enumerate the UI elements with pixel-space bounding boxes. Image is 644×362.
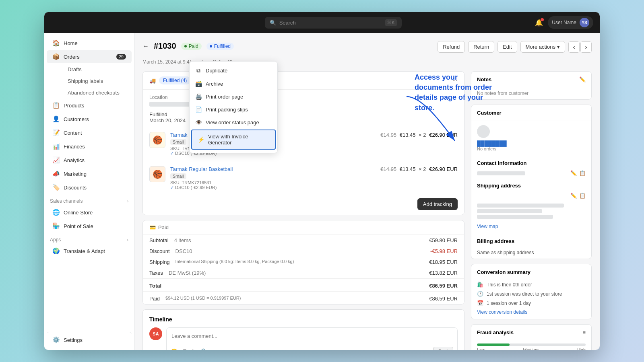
product-row-2: 🏀 Tarmak Regular Basketball Small SKU: T…	[143, 161, 464, 195]
customer-card: Customer ████████ No orders Contact info…	[471, 105, 592, 259]
comment-box: 😊 @ # 🔗 Post	[166, 327, 458, 350]
right-panel: Notes ✏️ No notes from customer Customer…	[471, 71, 592, 350]
calendar-icon: 📅	[477, 300, 483, 306]
fraud-header: Fraud analysis ≡	[471, 325, 591, 340]
product-tag-1: Small	[170, 139, 186, 145]
more-actions-button[interactable]: More actions ▾	[520, 41, 565, 53]
shipping-address-title: Shipping address	[471, 178, 591, 191]
sidebar-item-home[interactable]: 🏠 Home	[47, 37, 132, 49]
shipping-icon: 🚚	[149, 78, 156, 84]
addr-line-3	[477, 215, 553, 219]
fraud-bar-container: Low Medium High	[471, 340, 591, 350]
sidebar-item-customers[interactable]: 👤 Customers	[47, 113, 132, 125]
sidebar-item-shipping-labels[interactable]: Shipping labels	[62, 75, 132, 87]
return-button[interactable]: Return	[468, 41, 494, 53]
notification-bell[interactable]: 🔔	[535, 19, 543, 27]
sidebar-item-products[interactable]: 📋 Products	[47, 99, 132, 112]
apps-label: Apps ›	[44, 233, 134, 244]
order-icon: 🛍️	[477, 282, 483, 288]
content-icon: 📝	[52, 129, 60, 136]
shipping-edit-icon[interactable]: ✏️	[570, 193, 577, 199]
customer-orders: No orders	[477, 146, 586, 151]
billing-title: Billing address	[471, 233, 591, 247]
mention-tool[interactable]: @	[182, 348, 187, 350]
sidebar-item-settings[interactable]: ⚙️ Settings	[47, 332, 132, 346]
status-page-icon: 👁️	[195, 119, 202, 125]
fraud-menu-icon[interactable]: ≡	[582, 329, 586, 335]
comment-input[interactable]	[167, 328, 457, 344]
product-name-2[interactable]: Tarmak Regular Basketball	[170, 166, 376, 172]
search-bar[interactable]: 🔍 Search ⌘K	[265, 17, 402, 29]
payment-taxes-row: Taxes DE MwSt (19%) €13.82 EUR	[143, 267, 464, 278]
dropdown-archive[interactable]: 🗃️ Archive	[190, 77, 277, 90]
prev-order-button[interactable]: ‹	[568, 41, 580, 53]
order-header-row: ← #1030 Paid Fulfilled Refund Return Edi…	[142, 41, 592, 53]
sidebar-item-marketing[interactable]: 📣 Marketing	[47, 167, 132, 180]
dropdown-print-order[interactable]: 🖨️ Print order page	[190, 90, 277, 103]
sidebar-item-orders[interactable]: 📦 Orders 29	[47, 50, 132, 63]
add-tracking-button[interactable]: Add tracking	[417, 198, 458, 210]
customer-name[interactable]: ████████	[477, 140, 586, 146]
pos-icon: 🏪	[52, 222, 60, 230]
chevron-icon: ›	[127, 199, 128, 204]
product-image-1: 🏀	[149, 132, 165, 148]
fulfilled-badge: Fulfilled (4)	[159, 76, 191, 84]
dropdown-invoice-generator[interactable]: ⚡ View with Invoice Generator	[191, 130, 276, 150]
conversion-item-2: 🕐 1st session was direct to your store	[471, 289, 591, 298]
sidebar-item-finances[interactable]: 📊 Finances	[47, 140, 132, 153]
shipping-copy-icon[interactable]: 📋	[579, 193, 586, 199]
emoji-tool[interactable]: 😊	[171, 348, 178, 350]
orders-sub-menu: Drafts Shipping labels Abandoned checkou…	[44, 64, 134, 99]
contact-info-row: ✏️ 📋	[471, 169, 591, 178]
timeline-title: Timeline	[149, 316, 458, 323]
nav-arrows: ‹ ›	[568, 41, 592, 53]
product-tag-2: Small	[170, 173, 186, 179]
sidebar-item-analytics[interactable]: 📈 Analytics	[47, 154, 132, 167]
contact-copy-icon[interactable]: 📋	[579, 170, 586, 176]
sidebar-item-discounts[interactable]: 🏷️ Discounts	[47, 181, 132, 194]
post-button[interactable]: Post	[433, 347, 453, 350]
dropdown-menu: ⧉ Duplicate 🗃️ Archive 🖨️ Print order pa…	[189, 61, 278, 153]
dropdown-print-packing[interactable]: 📄 Print packing slips	[190, 103, 277, 116]
comment-area: SA 😊 @ # 🔗 Post	[149, 327, 458, 350]
payment-header: 💳 Paid	[143, 220, 464, 235]
settings-icon: ⚙️	[52, 336, 60, 343]
customer-section: ████████ No orders	[471, 121, 591, 155]
search-shortcut: ⌘K	[385, 19, 396, 26]
next-order-button[interactable]: ›	[580, 41, 592, 53]
finances-icon: 📊	[52, 143, 60, 150]
shipping-edit-row: ✏️ 📋	[471, 191, 591, 200]
notes-edit-icon[interactable]: ✏️	[579, 76, 586, 82]
main-layout: 🏠 Home 📦 Orders 29 Drafts Shipping label…	[44, 33, 600, 350]
sidebar-item-translate[interactable]: 🌍 Translate & Adapt	[47, 245, 132, 257]
top-bar: 🔍 Search ⌘K 🔔 User Name YS	[44, 12, 600, 33]
sales-channels-label: Sales channels ›	[44, 194, 134, 206]
view-map-link[interactable]: View map	[471, 222, 591, 233]
sidebar-item-content[interactable]: 📝 Content	[47, 126, 132, 139]
refund-button[interactable]: Refund	[438, 41, 465, 53]
contact-edit-icon[interactable]: ✏️	[570, 170, 577, 176]
view-conversion-link[interactable]: View conversion details	[471, 308, 591, 319]
sidebar-item-online-store[interactable]: 🌐 Online Store	[47, 206, 132, 219]
product-pricing-2: €14.95 €13.45 × 2 €26.90 EUR	[380, 166, 458, 172]
payment-shipping-row: Shipping International Shipping (8.0 kg:…	[143, 257, 464, 267]
conversion-header: Conversion summary	[471, 264, 591, 280]
conversion-card: Conversion summary 🛍️ This is their 0th …	[471, 264, 592, 319]
sidebar-item-abandoned-checkouts[interactable]: Abandoned checkouts	[62, 87, 132, 99]
back-button[interactable]: ←	[142, 43, 149, 50]
dropdown-view-status[interactable]: 👁️ View order status page	[190, 116, 277, 129]
status-fulfilled-badge: Fulfilled	[206, 43, 234, 50]
payment-discount-row: Discount DSC10 -€5.98 EUR	[143, 246, 464, 257]
link-tool[interactable]: 🔗	[198, 348, 205, 350]
user-pill[interactable]: User Name YS	[548, 16, 593, 29]
hashtag-tool[interactable]: #	[191, 348, 194, 350]
sidebar-item-point-of-sale[interactable]: 🏪 Point of Sale	[47, 220, 132, 232]
duplicate-icon: ⧉	[195, 67, 202, 74]
dropdown-duplicate[interactable]: ⧉ Duplicate	[190, 64, 277, 77]
billing-same-as: Same as shipping address	[471, 247, 591, 259]
products-icon: 📋	[52, 102, 60, 109]
edit-button[interactable]: Edit	[497, 41, 517, 53]
payment-total-row: Total €86.59 EUR	[143, 278, 464, 291]
sidebar-item-drafts[interactable]: Drafts	[62, 64, 132, 75]
fraud-bar-fill	[477, 343, 510, 346]
